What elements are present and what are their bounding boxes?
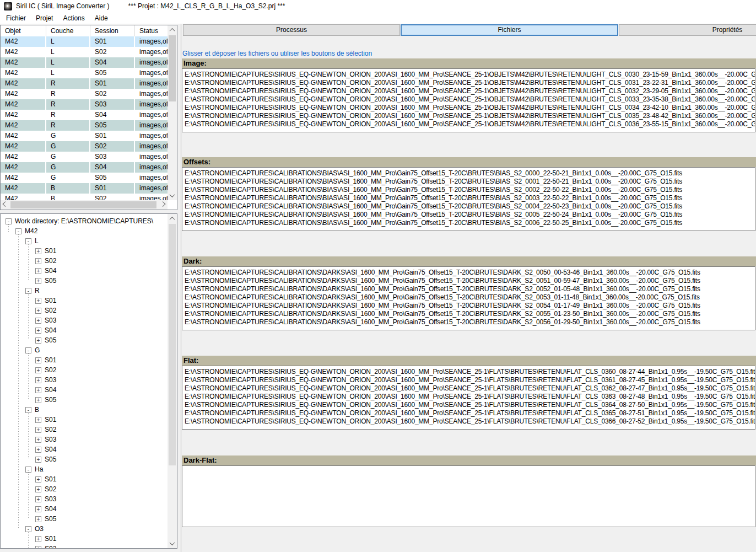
tree-item[interactable]: + S02 xyxy=(1,425,168,435)
tree-toggle-icon[interactable]: + xyxy=(35,447,41,453)
file-path[interactable]: E:\ASTRONOMIE\CAPTURES\CALIBRATIONS\DARK… xyxy=(185,293,755,302)
tree-item[interactable]: + S02 xyxy=(1,484,168,494)
tree-vertical-scrollbar[interactable] xyxy=(168,214,177,548)
tree-item[interactable]: + S01 xyxy=(1,246,168,256)
tree-item[interactable]: + S01 xyxy=(1,474,168,484)
tree-item[interactable]: + S02 xyxy=(1,365,168,375)
tree-item[interactable]: + S04 xyxy=(1,385,168,395)
tab-proprietes[interactable]: Propriétés xyxy=(619,24,756,36)
table-horizontal-scrollbar[interactable] xyxy=(1,200,168,210)
file-path[interactable]: E:\ASTRONOMIE\CAPTURES\SIRIUS_EQ-G\NEWTO… xyxy=(185,112,755,120)
tree-toggle-icon[interactable]: + xyxy=(35,397,41,403)
file-path[interactable]: E:\ASTRONOMIE\CAPTURES\SIRIUS_EQ-G\NEWTO… xyxy=(185,393,755,401)
table-row[interactable]: M42 R S05 images,off xyxy=(1,120,177,131)
tree-item[interactable]: - Work directory: E:\ASTRONOMIE\CAPTURES… xyxy=(1,216,168,226)
file-path[interactable]: E:\ASTRONOMIE\CAPTURES\CALIBRATIONS\BIAS… xyxy=(185,169,755,178)
column-header-objet[interactable]: Objet xyxy=(1,25,46,36)
tree-toggle-icon[interactable]: + xyxy=(35,427,41,433)
tree-item[interactable]: + S04 xyxy=(1,444,168,454)
tree-item[interactable]: + S04 xyxy=(1,504,168,514)
tree-item[interactable]: - G xyxy=(1,345,168,355)
tree-toggle-icon[interactable]: + xyxy=(35,476,41,483)
file-path[interactable]: E:\ASTRONOMIE\CAPTURES\SIRIUS_EQ-G\NEWTO… xyxy=(185,95,755,104)
scrollbar-thumb[interactable] xyxy=(169,224,176,465)
menu-projet[interactable]: Projet xyxy=(31,13,58,23)
table-row[interactable]: M42 G S01 images,off xyxy=(1,131,177,141)
table-row[interactable]: M42 G S03 images,off xyxy=(1,152,177,162)
scroll-down-button[interactable] xyxy=(168,191,177,200)
tree-toggle-icon[interactable]: + xyxy=(35,437,41,443)
table-row[interactable]: M42 B S02 images,off xyxy=(1,194,177,200)
file-path[interactable]: E:\ASTRONOMIE\CAPTURES\CALIBRATIONS\BIAS… xyxy=(185,178,755,186)
table-row[interactable]: M42 B S01 images,off xyxy=(1,183,177,194)
tree-item[interactable]: + S05 xyxy=(1,454,168,464)
menu-aide[interactable]: Aide xyxy=(90,13,113,23)
file-path[interactable]: E:\ASTRONOMIE\CAPTURES\SIRIUS_EQ-G\NEWTO… xyxy=(185,104,755,112)
tree-toggle-icon[interactable]: + xyxy=(35,457,41,463)
menu-fichier[interactable]: Fichier xyxy=(1,13,31,23)
tree-toggle-icon[interactable]: + xyxy=(35,496,41,502)
flat-file-list[interactable]: E:\ASTRONOMIE\CAPTURES\SIRIUS_EQ-G\NEWTO… xyxy=(182,366,755,430)
tree-toggle-icon[interactable]: + xyxy=(35,357,41,363)
scroll-down-button[interactable] xyxy=(168,539,177,548)
table-row[interactable]: M42 L S05 images,off xyxy=(1,68,177,78)
file-path[interactable]: E:\ASTRONOMIE\CAPTURES\CALIBRATIONS\BIAS… xyxy=(185,202,755,211)
scroll-right-button[interactable] xyxy=(158,200,168,210)
column-header-session[interactable]: Session xyxy=(90,25,135,36)
tree-toggle-icon[interactable]: + xyxy=(35,248,41,254)
file-path[interactable]: E:\ASTRONOMIE\CAPTURES\CALIBRATIONS\BIAS… xyxy=(185,219,755,227)
tree-toggle-icon[interactable]: + xyxy=(35,367,41,373)
tree-item[interactable]: + S02 xyxy=(1,306,168,315)
tree-item[interactable]: - O3 xyxy=(1,524,168,534)
tree-item[interactable]: - B xyxy=(1,405,168,415)
table-row[interactable]: M42 R S04 images,off xyxy=(1,110,177,120)
file-path[interactable]: E:\ASTRONOMIE\CAPTURES\CALIBRATIONS\BIAS… xyxy=(185,186,755,194)
tree-item[interactable]: + S03 xyxy=(1,315,168,325)
tree-toggle-icon[interactable]: + xyxy=(35,258,41,264)
tree-toggle-icon[interactable]: - xyxy=(25,288,31,294)
tree-toggle-icon[interactable]: + xyxy=(35,268,41,274)
file-path[interactable]: E:\ASTRONOMIE\CAPTURES\CALIBRATIONS\DARK… xyxy=(185,302,755,310)
file-path[interactable]: E:\ASTRONOMIE\CAPTURES\CALIBRATIONS\BIAS… xyxy=(185,194,755,202)
tree-toggle-icon[interactable]: + xyxy=(35,546,41,549)
tree-item[interactable]: + S04 xyxy=(1,325,168,335)
tab-fichiers[interactable]: Fichiers xyxy=(401,24,618,36)
tree-toggle-icon[interactable]: + xyxy=(35,328,41,334)
table-row[interactable]: M42 G S04 images,off xyxy=(1,162,177,173)
table-row[interactable]: M42 R S01 images,off xyxy=(1,78,177,89)
table-row[interactable]: M42 R S03 images,off xyxy=(1,99,177,110)
tree-toggle-icon[interactable]: + xyxy=(35,298,41,304)
tree-toggle-icon[interactable]: + xyxy=(35,278,41,284)
tree-toggle-icon[interactable]: + xyxy=(35,486,41,492)
file-path[interactable]: E:\ASTRONOMIE\CAPTURES\CALIBRATIONS\DARK… xyxy=(185,277,755,285)
scroll-up-button[interactable] xyxy=(168,214,177,223)
tree-item[interactable]: + S05 xyxy=(1,335,168,345)
table-row[interactable]: M42 L S02 images,off xyxy=(1,47,177,57)
file-path[interactable]: E:\ASTRONOMIE\CAPTURES\CALIBRATIONS\DARK… xyxy=(185,310,755,318)
tree-item[interactable]: + S01 xyxy=(1,296,168,306)
file-path[interactable]: E:\ASTRONOMIE\CAPTURES\SIRIUS_EQ-G\NEWTO… xyxy=(185,87,755,95)
image-file-list[interactable]: E:\ASTRONOMIE\CAPTURES\SIRIUS_EQ-G\NEWTO… xyxy=(182,68,755,132)
file-path[interactable]: E:\ASTRONOMIE\CAPTURES\SIRIUS_EQ-G\NEWTO… xyxy=(185,409,755,417)
tree-toggle-icon[interactable]: - xyxy=(25,347,31,353)
file-path[interactable]: E:\ASTRONOMIE\CAPTURES\SIRIUS_EQ-G\NEWTO… xyxy=(185,401,755,409)
scrollbar-thumb[interactable] xyxy=(10,201,156,208)
tree-item[interactable]: - L xyxy=(1,236,168,246)
table-row[interactable]: M42 G S05 images,off xyxy=(1,173,177,183)
file-path[interactable]: E:\ASTRONOMIE\CAPTURES\CALIBRATIONS\DARK… xyxy=(185,269,755,277)
file-path[interactable]: E:\ASTRONOMIE\CAPTURES\SIRIUS_EQ-G\NEWTO… xyxy=(185,71,755,79)
table-row[interactable]: M42 L S01 images,off xyxy=(1,36,177,47)
tree-item[interactable]: + S01 xyxy=(1,355,168,365)
tree-toggle-icon[interactable]: - xyxy=(15,228,21,234)
file-path[interactable]: E:\ASTRONOMIE\CAPTURES\SIRIUS_EQ-G\NEWTO… xyxy=(185,417,755,426)
file-path[interactable]: E:\ASTRONOMIE\CAPTURES\SIRIUS_EQ-G\NEWTO… xyxy=(185,368,755,376)
tree-item[interactable]: + S05 xyxy=(1,276,168,286)
tree-item[interactable]: + S01 xyxy=(1,534,168,544)
tree-item[interactable]: + S03 xyxy=(1,375,168,385)
tree-item[interactable]: + S05 xyxy=(1,514,168,524)
menu-actions[interactable]: Actions xyxy=(58,13,89,23)
table-row[interactable]: M42 R S02 images,off xyxy=(1,89,177,99)
tree-item[interactable]: + S04 xyxy=(1,266,168,276)
tree-item[interactable]: + S03 xyxy=(1,435,168,444)
file-path[interactable]: E:\ASTRONOMIE\CAPTURES\SIRIUS_EQ-G\NEWTO… xyxy=(185,384,755,393)
